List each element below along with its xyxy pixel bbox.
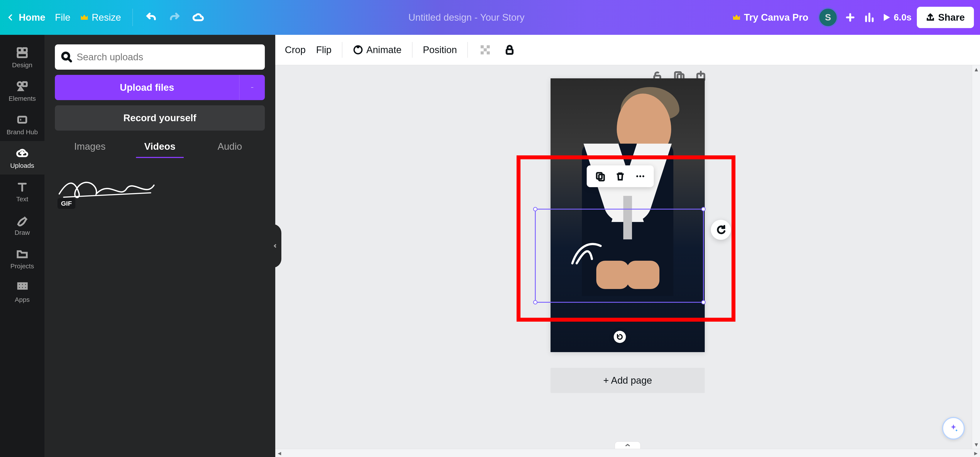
transparency-icon — [479, 44, 491, 56]
topbar: Home File Resize Untitled design - Your … — [0, 0, 980, 35]
upload-more-button[interactable] — [239, 75, 265, 100]
svg-point-13 — [251, 87, 252, 88]
search-input-wrap[interactable] — [55, 44, 265, 70]
canvas-stage-wrap[interactable]: + Add page ◄ ► ▲ ▼ — [275, 65, 980, 457]
scroll-up-arrow[interactable]: ▲ — [972, 65, 980, 73]
rail-uploads[interactable]: Uploads — [0, 141, 45, 175]
scroll-left-arrow[interactable]: ◄ — [275, 449, 283, 457]
cloud-sync-icon[interactable] — [191, 10, 205, 24]
sparkle-refresh-icon — [716, 225, 726, 235]
avatar[interactable]: S — [818, 7, 838, 27]
present-button[interactable]: 6.0s — [881, 12, 912, 23]
file-menu[interactable]: File — [55, 12, 70, 23]
transparency-button[interactable] — [478, 43, 492, 57]
lock-button[interactable] — [503, 43, 517, 57]
rail-label: Brand Hub — [6, 129, 38, 136]
undo-button[interactable] — [144, 10, 158, 24]
svg-point-3 — [18, 82, 22, 86]
crop-button[interactable]: Crop — [285, 44, 305, 55]
tab-videos[interactable]: Videos — [125, 141, 195, 158]
upload-label: Upload files — [120, 82, 174, 93]
delete-element-button[interactable] — [613, 169, 627, 183]
rotate-icon — [616, 333, 623, 340]
uploads-icon — [16, 147, 28, 159]
add-page-button[interactable]: + Add page — [550, 368, 705, 393]
asset-signature[interactable]: GIF — [55, 171, 157, 206]
selection-box[interactable] — [535, 209, 704, 303]
add-member-button[interactable] — [843, 10, 857, 24]
flip-button[interactable]: Flip — [316, 44, 331, 55]
rail-design[interactable]: Design — [0, 40, 45, 74]
share-label: Share — [938, 12, 965, 23]
scroll-down-arrow[interactable]: ▼ — [972, 440, 980, 449]
chevron-left-icon — [6, 13, 15, 22]
rail-apps[interactable]: Apps — [0, 275, 45, 309]
tab-label: Videos — [144, 141, 175, 152]
add-page-label: + Add page — [603, 375, 652, 386]
upload-row: Upload files — [55, 75, 265, 100]
home-label: Home — [19, 12, 45, 23]
resize-handle-br[interactable] — [701, 300, 706, 305]
tab-label: Audio — [218, 141, 242, 152]
search-icon — [61, 51, 72, 63]
scroll-right-arrow[interactable]: ► — [972, 449, 980, 457]
svg-rect-23 — [507, 49, 513, 54]
crown-icon — [732, 13, 741, 22]
search-input[interactable] — [77, 52, 259, 62]
resize-handle-tr[interactable] — [701, 207, 706, 211]
vertical-scrollbar[interactable]: ▲ ▼ — [972, 65, 980, 449]
lock-icon — [503, 44, 516, 56]
elements-icon — [16, 80, 28, 92]
share-button[interactable]: Share — [917, 7, 974, 28]
rail-label: Elements — [8, 95, 36, 102]
assistant-fab[interactable] — [942, 417, 965, 440]
record-yourself-button[interactable]: Record yourself — [55, 105, 265, 130]
rail-projects[interactable]: Projects — [0, 241, 45, 275]
rotate-handle[interactable] — [614, 331, 626, 343]
svg-rect-11 — [24, 286, 27, 289]
crown-icon — [80, 13, 89, 22]
avatar-initial: S — [825, 12, 831, 23]
topbar-center: Untitled design - Your Story — [205, 12, 728, 23]
svg-rect-0 — [18, 48, 22, 52]
rail-draw[interactable]: Draw — [0, 208, 45, 241]
app-body: Design Elements Brand Hub Uploads Text D… — [0, 35, 980, 457]
nav-rail: Design Elements Brand Hub Uploads Text D… — [0, 35, 45, 457]
tab-audio[interactable]: Audio — [195, 141, 265, 158]
horizontal-scrollbar[interactable]: ◄ ► — [275, 449, 980, 457]
share-icon — [926, 13, 935, 22]
element-more-button[interactable] — [633, 169, 647, 183]
home-button[interactable]: Home — [6, 12, 45, 23]
rail-brand-hub[interactable]: Brand Hub — [0, 108, 45, 141]
try-pro-button[interactable]: Try Canva Pro — [728, 12, 813, 23]
svg-rect-22 — [487, 51, 490, 54]
svg-rect-5 — [18, 117, 26, 123]
svg-rect-19 — [487, 45, 490, 48]
insights-button[interactable] — [862, 10, 877, 24]
trash-icon — [615, 171, 625, 181]
animate-button[interactable]: Animate — [353, 44, 401, 55]
redo-button[interactable] — [168, 10, 181, 24]
svg-rect-1 — [23, 48, 27, 52]
position-button[interactable]: Position — [423, 44, 457, 55]
design-icon — [16, 46, 28, 59]
upload-files-button[interactable]: Upload files — [55, 75, 239, 100]
folder-icon — [16, 248, 28, 260]
duplicate-element-button[interactable] — [593, 169, 607, 183]
rail-label: Projects — [10, 262, 34, 270]
rail-text[interactable]: Text — [0, 175, 45, 208]
resize-handle-tl[interactable] — [533, 207, 538, 211]
document-title[interactable]: Untitled design - Your Story — [408, 12, 524, 23]
magic-write-fab[interactable] — [711, 220, 731, 240]
resize-handle-bl[interactable] — [533, 300, 538, 305]
resize-button[interactable]: Resize — [80, 12, 121, 23]
svg-point-14 — [252, 87, 253, 88]
animate-icon — [353, 44, 363, 55]
svg-point-30 — [636, 175, 638, 177]
rail-elements[interactable]: Elements — [0, 74, 45, 108]
more-icon — [635, 171, 646, 181]
play-duration: 6.0s — [894, 12, 912, 23]
svg-rect-21 — [480, 51, 484, 54]
tab-images[interactable]: Images — [55, 141, 125, 158]
timeline-expand-handle[interactable] — [614, 441, 641, 449]
